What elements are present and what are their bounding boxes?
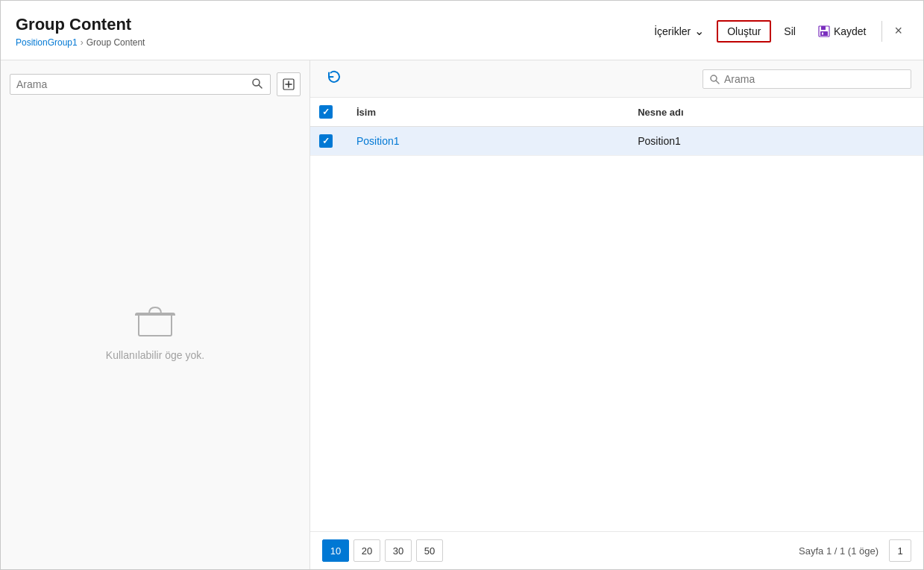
search-input[interactable] <box>16 78 250 90</box>
breadcrumb-separator: › <box>81 37 84 48</box>
search-icon-button[interactable] <box>250 78 264 91</box>
sil-button[interactable]: Sil <box>774 20 805 43</box>
empty-text: Kullanılabilir öge yok. <box>106 349 204 361</box>
olustur-button[interactable]: Oluştur <box>717 20 771 43</box>
right-search-wrap <box>703 69 911 89</box>
breadcrumb-parent[interactable]: PositionGroup1 <box>16 37 78 48</box>
svg-line-5 <box>259 85 262 88</box>
kaydet-label: Kaydet <box>834 25 867 37</box>
main-window: Group Content PositionGroup1 › Group Con… <box>0 0 924 570</box>
right-panel: İsim Nesne adı Position1 Position1 <box>310 60 923 569</box>
empty-state: Kullanılabilir öge yok. <box>10 105 301 557</box>
table-wrap: İsim Nesne adı Position1 Position1 <box>310 98 923 531</box>
refresh-icon <box>327 69 342 84</box>
header-left: Group Content PositionGroup1 › Group Con… <box>16 14 145 48</box>
svg-rect-1 <box>821 26 826 30</box>
refresh-button[interactable] <box>322 68 346 90</box>
empty-icon <box>133 301 177 339</box>
header-actions: İçerikler Oluştur Sil Kaydet × <box>644 20 908 43</box>
right-search-icon <box>709 74 720 84</box>
page-1-button[interactable]: 1 <box>889 539 911 562</box>
td-checkbox <box>310 127 348 156</box>
add-button[interactable] <box>277 72 301 96</box>
right-search-input[interactable] <box>724 73 905 85</box>
header: Group Content PositionGroup1 › Group Con… <box>1 1 923 60</box>
page-size-20[interactable]: 20 <box>353 539 380 562</box>
pagination: 10 20 30 50 Sayfa 1 / 1 (1 öge) 1 <box>310 531 923 569</box>
svg-line-10 <box>716 81 719 84</box>
chevron-down-icon <box>694 25 704 37</box>
search-input-wrap <box>10 74 271 95</box>
td-name: Position1 <box>348 127 629 156</box>
main-body: Kullanılabilir öge yok. <box>1 60 923 569</box>
td-object-name: Position1 <box>629 127 923 156</box>
search-bar <box>10 72 301 96</box>
page-title: Group Content <box>16 14 145 36</box>
th-isim: İsim <box>348 98 629 127</box>
pagination-info: Sayfa 1 / 1 (1 öge) <box>447 545 884 557</box>
kaydet-button[interactable]: Kaydet <box>808 20 876 43</box>
svg-rect-2 <box>820 31 828 36</box>
left-panel: Kullanılabilir öge yok. <box>1 60 310 569</box>
breadcrumb-current: Group Content <box>87 37 145 48</box>
th-checkbox <box>310 98 348 127</box>
row-checkbox[interactable] <box>319 134 333 148</box>
page-size-10[interactable]: 10 <box>322 539 349 562</box>
close-button[interactable]: × <box>888 20 908 42</box>
right-toolbar <box>310 60 923 98</box>
icerikler-label: İçerikler <box>654 25 691 37</box>
table-header-row: İsim Nesne adı <box>310 98 923 127</box>
svg-rect-3 <box>822 32 823 34</box>
breadcrumb: PositionGroup1 › Group Content <box>16 37 145 48</box>
icerikler-button[interactable]: İçerikler <box>644 20 714 43</box>
table-row[interactable]: Position1 Position1 <box>310 127 923 156</box>
add-icon <box>283 78 295 90</box>
search-icon <box>251 78 263 89</box>
olustur-label: Oluştur <box>727 25 761 37</box>
save-icon <box>818 25 830 37</box>
divider <box>881 21 882 42</box>
sil-label: Sil <box>784 25 796 37</box>
page-size-50[interactable]: 50 <box>416 539 443 562</box>
select-all-checkbox[interactable] <box>319 105 333 119</box>
page-size-30[interactable]: 30 <box>385 539 412 562</box>
th-nesne-adi: Nesne adı <box>629 98 923 127</box>
data-table: İsim Nesne adı Position1 Position1 <box>310 98 923 156</box>
